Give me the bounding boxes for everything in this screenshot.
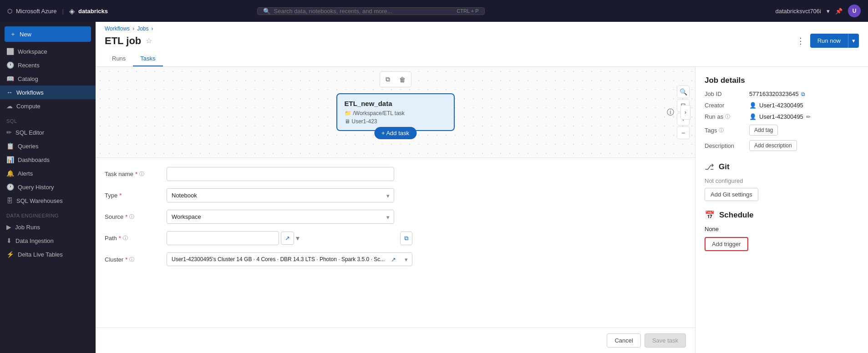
- add-trigger-button[interactable]: Add trigger: [705, 237, 748, 251]
- sidebar-item-recents[interactable]: 🕐 Recents: [0, 58, 96, 72]
- add-task-button[interactable]: + Add task: [374, 127, 416, 139]
- azure-logo: ⬡: [7, 8, 12, 15]
- job-id-row: Job ID 577163320323645 ⧉: [705, 91, 859, 97]
- save-task-button[interactable]: Save task: [645, 333, 686, 348]
- header-tabs: Runs Tasks: [105, 51, 859, 66]
- zoom-search-button[interactable]: 🔍: [677, 86, 690, 98]
- task-name-info-icon[interactable]: ⓘ: [139, 171, 144, 177]
- tab-runs[interactable]: Runs: [105, 51, 133, 66]
- sidebar-item-data-ingestion[interactable]: ⬇ Data Ingestion: [0, 234, 96, 247]
- sidebar-label-catalog: Catalog: [18, 76, 38, 82]
- path-external-link-button[interactable]: ↗: [281, 232, 294, 245]
- catalog-icon: 📖: [6, 75, 14, 82]
- form-area: Task name * ⓘ ETL_new_data Type *: [96, 158, 695, 328]
- run-now-button[interactable]: Run now: [810, 34, 848, 48]
- add-description-button[interactable]: Add description: [749, 140, 797, 151]
- search-icon: 🔍: [263, 8, 270, 15]
- copy-task-button[interactable]: ⧉: [382, 74, 394, 85]
- creator-row: Creator 👤 User1-42300495: [705, 102, 859, 109]
- cluster-external-link-button[interactable]: ↗: [391, 256, 396, 263]
- sidebar-item-workspace[interactable]: ⬜ Workspace: [0, 45, 96, 58]
- run-as-info-icon[interactable]: ⓘ: [725, 113, 730, 120]
- sidebar-item-queries[interactable]: 📋 Queries: [0, 139, 96, 153]
- more-options-button[interactable]: ⋮: [793, 34, 808, 48]
- job-id-copy-icon[interactable]: ⧉: [801, 91, 805, 97]
- breadcrumb-jobs[interactable]: Jobs: [137, 25, 148, 32]
- source-select[interactable]: Workspace: [167, 210, 394, 224]
- git-icon: ⎇: [705, 162, 714, 172]
- form-row-source: Source * ⓘ Workspace ▾: [105, 210, 686, 224]
- sidebar: ＋ New ⬜ Workspace 🕐 Recents 📖 Catalog ↔ …: [0, 22, 96, 353]
- sidebar-item-job-runs[interactable]: ▶ Job Runs: [0, 220, 96, 234]
- tab-tasks[interactable]: Tasks: [133, 51, 162, 66]
- sidebar-item-workflows[interactable]: ↔ Workflows: [0, 86, 96, 99]
- run-now-group: Run now ▾: [810, 34, 859, 48]
- cluster-info-icon[interactable]: ⓘ: [129, 256, 134, 263]
- git-section: ⎇ Git Not configured Add Git settings: [705, 162, 859, 201]
- sidebar-label-workspace: Workspace: [18, 48, 47, 55]
- search-input[interactable]: [274, 8, 453, 15]
- form-row-path: Path * ⓘ /Workspace/ETL task ↗ ▾ ⧉: [105, 231, 686, 245]
- data-eng-section-label: Data Engineering: [0, 207, 96, 220]
- run-as-edit-icon[interactable]: ✏: [806, 114, 811, 120]
- cluster-chevron[interactable]: ▾: [405, 256, 408, 263]
- tags-row: Tags ⓘ Add tag: [705, 125, 859, 136]
- task-name-input[interactable]: ETL_new_data: [167, 167, 394, 181]
- job-id-value: 577163320323645 ⧉: [749, 91, 805, 97]
- query-history-icon: 🕐: [6, 183, 14, 191]
- add-git-settings-button[interactable]: Add Git settings: [705, 188, 758, 201]
- sidebar-item-compute[interactable]: ☁ Compute: [0, 99, 96, 113]
- path-chevron[interactable]: ▾: [296, 234, 299, 242]
- task-node[interactable]: ETL_new_data 📁 /Workspace/ETL task 🖥 Use…: [336, 93, 455, 131]
- cluster-select[interactable]: User1-42300495's Cluster 14 GB · 4 Cores…: [167, 252, 412, 266]
- run-as-label: Run as ⓘ: [705, 113, 746, 120]
- sidebar-item-delta-live[interactable]: ⚡ Delta Live Tables: [0, 247, 96, 261]
- source-required-star: *: [125, 213, 127, 220]
- queries-icon: 📋: [6, 142, 14, 150]
- databricks-logo: ◈: [69, 7, 75, 15]
- path-info-icon[interactable]: ⓘ: [123, 235, 128, 242]
- path-copy-button[interactable]: ⧉: [400, 232, 412, 245]
- source-info-icon[interactable]: ⓘ: [129, 213, 134, 220]
- sidebar-item-catalog[interactable]: 📖 Catalog: [0, 72, 96, 86]
- form-row-type: Type * Notebook ▾: [105, 188, 686, 202]
- warehouses-icon: 🗄: [6, 197, 13, 204]
- search-shortcut: CTRL + P: [457, 8, 478, 14]
- zoom-minus-button[interactable]: −: [677, 126, 690, 139]
- content-body: ⧉ 🗑 ETL_new_data 📁 /Workspace/ETL task: [96, 67, 868, 353]
- description-label: Description: [705, 142, 746, 149]
- schedule-section: 📅 Schedule None Add trigger: [705, 210, 859, 251]
- type-select[interactable]: Notebook: [167, 188, 394, 202]
- sidebar-label-sql-warehouses: SQL Warehouses: [16, 197, 63, 204]
- path-input[interactable]: /Workspace/ETL task: [167, 231, 279, 245]
- avatar[interactable]: U: [848, 5, 861, 17]
- cancel-button[interactable]: Cancel: [607, 333, 640, 348]
- source-select-wrapper: Workspace ▾: [167, 210, 394, 224]
- job-runs-icon: ▶: [6, 223, 11, 231]
- cluster-required-star: *: [125, 256, 127, 263]
- star-icon[interactable]: ☆: [146, 36, 152, 45]
- new-button[interactable]: ＋ New: [5, 26, 91, 42]
- plus-icon: ＋: [10, 30, 16, 38]
- delete-task-button[interactable]: 🗑: [396, 74, 409, 85]
- schedule-title: Schedule: [719, 211, 754, 220]
- tags-info-icon[interactable]: ⓘ: [719, 127, 724, 134]
- breadcrumb-workflows[interactable]: Workflows: [105, 25, 130, 32]
- run-now-dropdown-button[interactable]: ▾: [848, 34, 859, 48]
- sidebar-label-job-runs: Job Runs: [15, 224, 40, 231]
- search-bar[interactable]: 🔍 CTRL + P: [257, 7, 485, 15]
- form-row-cluster: Cluster * ⓘ User1-42300495's Cluster 14 …: [105, 252, 686, 266]
- sidebar-item-alerts[interactable]: 🔔 Alerts: [0, 166, 96, 180]
- sidebar-item-dashboards[interactable]: 📊 Dashboards: [0, 153, 96, 166]
- sidebar-item-sql-editor[interactable]: ✏ SQL Editor: [0, 126, 96, 139]
- add-tag-button[interactable]: Add tag: [749, 125, 778, 136]
- topbar: ⬡ Microsoft Azure | ◈ databricks 🔍 CTRL …: [0, 0, 868, 22]
- task-name-label: Task name * ⓘ: [105, 167, 159, 177]
- canvas-info-button[interactable]: ⓘ: [667, 107, 674, 117]
- sidebar-label-dashboards: Dashboards: [18, 156, 50, 163]
- sidebar-item-query-history[interactable]: 🕐 Query History: [0, 180, 96, 194]
- sidebar-item-sql-warehouses[interactable]: 🗄 SQL Warehouses: [0, 194, 96, 207]
- collapse-panel-button[interactable]: ›: [680, 105, 690, 120]
- page-header: Workflows › Jobs › ETL job ☆ ⋮ Run now ▾: [96, 22, 868, 67]
- user-label[interactable]: databricksvct706i: [776, 8, 821, 15]
